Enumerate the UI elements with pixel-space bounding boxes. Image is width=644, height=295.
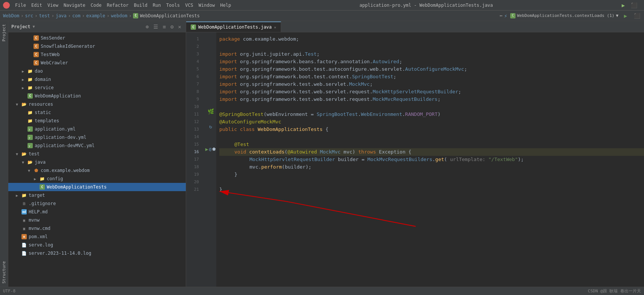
- svg-text:y: y: [29, 144, 30, 148]
- tree-item-testweb[interactable]: C TestWeb: [8, 50, 186, 59]
- tree-item-appyml[interactable]: y application.yml: [8, 125, 186, 133]
- tree-item-static[interactable]: 📁 static: [8, 108, 186, 117]
- debug-button[interactable]: ⬛: [630, 1, 638, 9]
- svg-text:y: y: [29, 128, 30, 131]
- test-folder-icon: 📂: [21, 151, 27, 157]
- breadcrumb-webdomp[interactable]: webdom: [111, 13, 127, 18]
- tree-item-dao[interactable]: ▶ 📁 dao: [8, 67, 186, 75]
- locate-btn[interactable]: ⊕: [144, 23, 150, 30]
- settings-btn[interactable]: ⚙: [169, 23, 175, 30]
- gutter-spring-icon: 🌿: [205, 108, 216, 115]
- servelog-icon: 📄: [21, 242, 27, 248]
- resources-label: resources: [29, 102, 53, 107]
- tree-item-target[interactable]: ▶ 📁 target: [8, 191, 186, 199]
- svg-text:y: y: [29, 136, 30, 139]
- tree-item-templates[interactable]: 📁 templates: [8, 117, 186, 125]
- tab-icon: C: [191, 24, 196, 30]
- tree-item-pomxml[interactable]: m pom.xml: [8, 233, 186, 241]
- menu-refactor[interactable]: Refactor: [104, 2, 131, 9]
- run-button[interactable]: ▶: [619, 1, 627, 9]
- run-configuration[interactable]: C WebDomApplicationTests.contextLoads (1…: [510, 13, 618, 18]
- sort-btn[interactable]: ≡: [161, 23, 167, 30]
- breadcrumb-com[interactable]: com: [72, 13, 81, 18]
- menu-code[interactable]: Code: [89, 2, 104, 9]
- panel-dropdown[interactable]: ▼: [33, 24, 35, 29]
- code-line-11: @SpringBootTest(webEnvironment = SpringB…: [219, 111, 644, 118]
- project-tab[interactable]: Project: [0, 21, 8, 44]
- breadcrumb-classname: WebDomApplicationTests: [140, 13, 200, 18]
- status-right: CSDN @跟 耿瑞 卷出一片天: [588, 288, 641, 294]
- run-config-dropdown[interactable]: ▼: [616, 13, 618, 18]
- tree-item-helpmd[interactable]: md HELP.md: [8, 208, 186, 216]
- tab-label: WebDomApplicationTests.java: [198, 24, 272, 30]
- nav-back[interactable]: ⬅: [499, 13, 502, 19]
- menu-navigate[interactable]: Navigate: [61, 2, 88, 9]
- tree-item-domain[interactable]: ▶ 📁 domain: [8, 75, 186, 84]
- breadcrumb-src[interactable]: src: [25, 13, 34, 18]
- menu-vcs[interactable]: VCS: [183, 2, 196, 9]
- tree-item-test[interactable]: ▼ 📂 test: [8, 150, 186, 158]
- tree-item-resources[interactable]: ▼ 📂 resources: [8, 100, 186, 108]
- code-container[interactable]: 1 2 3 4 5 6 7 8 9 10 11 12 13 14 15 16 1: [186, 32, 644, 287]
- tree-item-webdomapp[interactable]: C WebDomApplication: [8, 92, 186, 100]
- breadcrumb-java[interactable]: java: [56, 13, 67, 18]
- tab-close-btn[interactable]: ✕: [274, 25, 276, 29]
- tree-item-mvnw[interactable]: ▣ mvnw: [8, 216, 186, 224]
- menu-view[interactable]: View: [45, 2, 61, 9]
- menu-run[interactable]: Run: [150, 2, 163, 9]
- window-title: application-pro.yml - WebDomApplicationT…: [233, 3, 619, 8]
- structure-tab[interactable]: Structure: [0, 258, 8, 287]
- code-line-16: void contextLoads(@Autowired MockMvc mvc…: [219, 148, 644, 156]
- close-panel-btn[interactable]: ✕: [177, 23, 183, 30]
- editor-tab-webtests[interactable]: C WebDomApplicationTests.java ✕: [186, 21, 281, 32]
- pomxml-label: pom.xml: [29, 234, 48, 239]
- tree-item-java[interactable]: ▼ 📂 java: [8, 158, 186, 166]
- run-config-label: WebDomApplicationTests.contextLoads (1): [517, 13, 614, 18]
- code-line-17: MockHttpServletRequestBuilder builder = …: [219, 156, 644, 163]
- menu-window[interactable]: Window: [196, 2, 217, 9]
- breadcrumb-webdom[interactable]: WebDom: [3, 13, 19, 18]
- menu-build[interactable]: Build: [132, 2, 150, 9]
- breadcrumb-example[interactable]: example: [86, 13, 106, 18]
- tree-item-webcrawler[interactable]: C WebCrawler: [8, 59, 186, 67]
- tree-item-service[interactable]: ▶ 📁 service: [8, 84, 186, 92]
- code-line-8: import org.springframework.test.web.serv…: [219, 88, 644, 96]
- package-icon: ⬟: [33, 167, 39, 173]
- code-content[interactable]: package com.example.webdom; import org.j…: [216, 32, 644, 287]
- tree-item-package[interactable]: ▼ ⬟ com.example.webdom: [8, 166, 186, 175]
- nav-forward[interactable]: ⚡: [504, 13, 507, 19]
- menu-help[interactable]: Help: [218, 2, 233, 9]
- service-folder-icon: 📁: [27, 85, 33, 91]
- tree-item-config[interactable]: ▶ 📁 config: [8, 175, 186, 183]
- stop-btn[interactable]: ⬛: [633, 12, 641, 20]
- status-bar: UTF-8 CSDN @跟 耿瑞 卷出一片天: [0, 287, 644, 295]
- webtests-label: WebDomApplicationTests: [47, 184, 107, 190]
- tree-item-mvnwcmd[interactable]: ▣ mvnw.cmd: [8, 224, 186, 233]
- tree-item-smssender[interactable]: C SmsSender: [8, 34, 186, 42]
- breadcrumb-test[interactable]: test: [39, 13, 50, 18]
- title-bar: File Edit View Navigate Code Refactor Bu…: [0, 0, 644, 11]
- tree-item-servelog[interactable]: 📄 serve.log: [8, 241, 186, 249]
- run-btn[interactable]: ▶: [621, 12, 630, 20]
- dao-folder-icon: 📁: [27, 68, 33, 74]
- editor-tabs: C WebDomApplicationTests.java ✕: [186, 21, 644, 32]
- java-label: java: [35, 160, 46, 165]
- testweb-label: TestWeb: [41, 52, 60, 57]
- menu-edit[interactable]: Edit: [29, 2, 44, 9]
- collapse-btn[interactable]: ☰: [152, 23, 160, 30]
- webtests-icon: C: [39, 184, 45, 190]
- tree-item-appdevyml[interactable]: y application-dev.yml: [8, 133, 186, 141]
- snowflake-icon: C: [33, 43, 39, 49]
- java-folder-icon: 📂: [27, 159, 33, 165]
- menu-file[interactable]: File: [13, 2, 28, 9]
- menu-tools[interactable]: Tools: [164, 2, 182, 9]
- panel-actions: ⊕ ☰ ≡ ⚙ ✕: [144, 23, 183, 30]
- tree-item-gitignore[interactable]: 🗎 .gitignore: [8, 199, 186, 208]
- tree-item-snowflake[interactable]: C SnowflakeIdGenerator: [8, 42, 186, 50]
- tree-item-serverlog[interactable]: 📄 server.2023-11-14.0.log: [8, 249, 186, 257]
- gutter-run-icon[interactable]: ▶ @ ⬟: [205, 145, 216, 153]
- servelog-label: serve.log: [29, 242, 53, 248]
- tree-item-webtests[interactable]: C WebDomApplicationTests: [8, 183, 186, 191]
- tree-item-appdevmvc[interactable]: y application-devMVC.yml: [8, 141, 186, 150]
- appyml-icon: y: [27, 126, 33, 132]
